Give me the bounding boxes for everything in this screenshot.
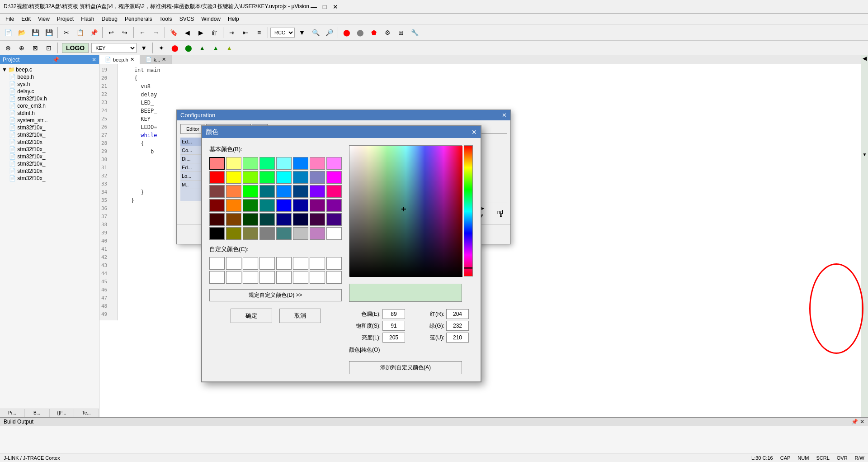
sidebar-tab-templates[interactable]: Te... xyxy=(74,409,99,417)
config-list-item-colors[interactable]: Co... xyxy=(180,146,203,155)
swatch-hot-pink[interactable] xyxy=(326,185,342,198)
build-pin-icon[interactable]: 📌 xyxy=(851,419,858,425)
t2-select-button[interactable]: ▼ xyxy=(137,42,150,54)
custom-swatch[interactable] xyxy=(226,257,241,270)
swatch-teal-dk[interactable] xyxy=(259,185,275,198)
t2-btn3[interactable]: ⊠ xyxy=(29,42,42,54)
swatch-violet[interactable] xyxy=(310,185,325,198)
tree-item[interactable]: 📄 stm32f10x_ xyxy=(2,175,97,182)
config-list-item-edit2[interactable]: Ed... xyxy=(180,163,203,172)
config-download-icon[interactable]: ⬇ xyxy=(499,212,503,219)
align-button[interactable]: ≡ xyxy=(253,26,265,39)
menu-edit[interactable]: Edit xyxy=(18,15,34,23)
menu-tools[interactable]: Tools xyxy=(156,15,176,23)
tree-item[interactable]: 📄 stdint.h xyxy=(2,110,97,117)
t2-green-btn2[interactable]: ▲ xyxy=(196,42,208,54)
dropdown-button[interactable]: ▼ xyxy=(296,26,308,39)
save-button[interactable]: 💾 xyxy=(29,26,42,39)
tree-item[interactable]: 📄 delay.c xyxy=(2,88,97,95)
maximize-button[interactable]: □ xyxy=(320,2,329,11)
browse-button[interactable]: 🔍 xyxy=(309,26,322,39)
t2-green-btn3[interactable]: ▲ xyxy=(209,42,222,54)
swatch-purple[interactable] xyxy=(310,199,325,212)
bookmark-prev-button[interactable]: ◀ xyxy=(181,26,193,39)
nav-forward-button[interactable]: → xyxy=(150,26,162,39)
custom-swatch[interactable] xyxy=(276,257,292,270)
config-list-item-m[interactable]: M.. xyxy=(180,181,203,189)
swatch-spring[interactable] xyxy=(259,157,275,170)
swatch-lime[interactable] xyxy=(243,185,258,198)
red-input[interactable] xyxy=(446,309,469,319)
custom-swatch[interactable] xyxy=(243,271,258,284)
custom-swatch[interactable] xyxy=(310,271,325,284)
swatch-black[interactable] xyxy=(209,227,225,240)
indent-button[interactable]: ⇥ xyxy=(226,26,238,39)
custom-swatch[interactable] xyxy=(326,271,342,284)
config-list-item-display[interactable]: Di... xyxy=(180,155,203,163)
tree-item[interactable]: 📄 core_cm3.h xyxy=(2,102,97,110)
swatch-chartreuse[interactable] xyxy=(243,171,258,184)
swatch-plum[interactable] xyxy=(310,227,325,240)
blue-input[interactable] xyxy=(446,333,469,343)
menu-debug[interactable]: Debug xyxy=(98,15,121,23)
config-list-item-editor[interactable]: Ed... xyxy=(180,138,203,146)
color-cancel-button[interactable]: 取消 xyxy=(279,309,321,323)
swatch-orange[interactable] xyxy=(226,185,241,198)
tree-item[interactable]: 📄 stm32f10x_ xyxy=(2,124,97,131)
swatch-yellow-lt[interactable] xyxy=(226,157,241,170)
hue-input[interactable] xyxy=(382,309,405,319)
scroll-down-icon[interactable]: ▼ xyxy=(863,152,867,157)
build-close-icon[interactable]: ✕ xyxy=(860,419,864,425)
swatch-steel[interactable] xyxy=(276,227,292,240)
tree-item[interactable]: 📄 stm32f10x_ xyxy=(2,160,97,167)
swatch-olive2[interactable] xyxy=(243,227,258,240)
custom-swatch[interactable] xyxy=(276,271,292,284)
redo-button[interactable]: ↪ xyxy=(118,26,131,39)
swatch-cyan-lt[interactable] xyxy=(276,157,292,170)
t2-red-btn[interactable]: ⬤ xyxy=(169,42,181,54)
tree-item[interactable]: 📄 stm32f10x_ xyxy=(2,167,97,175)
menu-help[interactable]: Help xyxy=(224,15,243,23)
swatch-white[interactable] xyxy=(326,227,342,240)
swatch-teal[interactable] xyxy=(259,199,275,212)
tab-beep-h[interactable]: 📄 beep.h ✕ xyxy=(99,55,140,64)
custom-swatch[interactable] xyxy=(293,271,308,284)
menu-view[interactable]: View xyxy=(34,15,53,23)
swatch-yellow[interactable] xyxy=(226,171,241,184)
swatch-dk-purple[interactable] xyxy=(310,213,325,226)
color-ok-button[interactable]: 确定 xyxy=(231,309,272,323)
swatch-dodger[interactable] xyxy=(276,185,292,198)
swatch-purple2[interactable] xyxy=(326,199,342,212)
outdent-button[interactable]: ⇤ xyxy=(239,26,252,39)
build-button[interactable]: ⬤ xyxy=(340,26,353,39)
swatch-silver[interactable] xyxy=(293,227,308,240)
swatch-maroon[interactable] xyxy=(209,199,225,212)
custom-swatch[interactable] xyxy=(310,257,325,270)
swatch-navy2[interactable] xyxy=(293,185,308,198)
saturation-input[interactable] xyxy=(382,321,405,331)
custom-swatch[interactable] xyxy=(259,271,275,284)
save-all-button[interactable]: 💾 xyxy=(42,26,55,39)
t2-magic-button[interactable]: ✦ xyxy=(155,42,168,54)
tree-item[interactable]: 📄 system_str... xyxy=(2,117,97,124)
tab-close-icon[interactable]: ✕ xyxy=(162,57,166,62)
custom-swatch[interactable] xyxy=(209,257,225,270)
swatch-red[interactable] xyxy=(209,171,225,184)
swatch-orange2[interactable] xyxy=(226,199,241,212)
t2-btn2[interactable]: ⊕ xyxy=(15,42,28,54)
tree-item[interactable]: 📄 beep.h xyxy=(2,73,97,81)
key-combo[interactable]: KEY xyxy=(91,43,137,53)
config-list-item-lv[interactable]: Lo... xyxy=(180,172,203,181)
swatch-green3[interactable] xyxy=(243,199,258,212)
menu-peripherals[interactable]: Peripherals xyxy=(121,15,156,23)
sidebar-pin-icon[interactable]: 📌 xyxy=(52,57,59,63)
bookmark-clear-button[interactable]: 🗑 xyxy=(208,26,221,39)
swatch-blue[interactable] xyxy=(276,199,292,212)
bookmark-next-button[interactable]: ▶ xyxy=(194,26,207,39)
minimize-button[interactable]: — xyxy=(309,2,318,11)
tree-root[interactable]: ▼ 📁 beep.c xyxy=(2,66,97,73)
copy-button[interactable]: 📋 xyxy=(74,26,86,39)
swatch-brown-dk[interactable] xyxy=(209,185,225,198)
swatch-pink[interactable] xyxy=(310,157,325,170)
swatch-navy[interactable] xyxy=(293,199,308,212)
